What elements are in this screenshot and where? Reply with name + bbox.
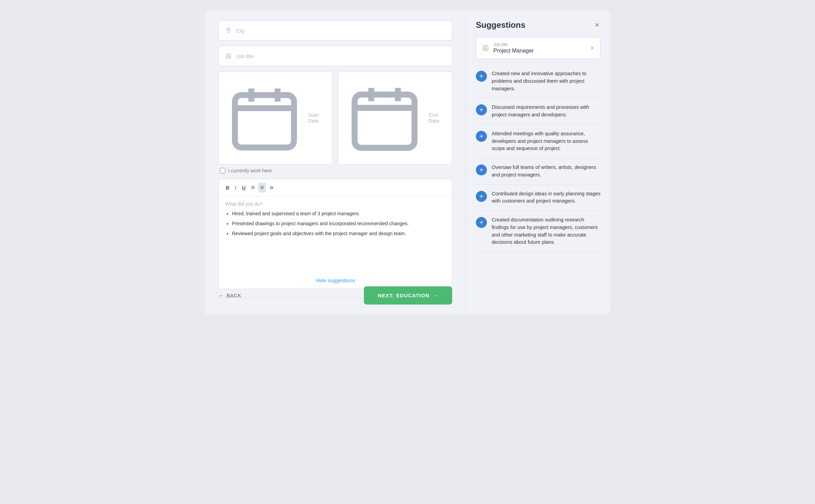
suggestions-list: + Created new and innovative approaches … [476,65,601,252]
suggestions-close-button[interactable]: × [593,20,601,30]
bullet-2: Presented drawings to project managers a… [232,220,446,227]
list-button[interactable]: ≡ [258,183,266,193]
next-label: NEXT: EDUCATION [378,293,429,298]
back-button[interactable]: ← BACK [219,293,241,298]
clear-format-button[interactable]: ⋼ [267,183,276,193]
start-date-placeholder: Start Date [308,112,326,124]
calendar-start-icon [225,79,304,157]
add-suggestion-4-button[interactable]: + [476,191,487,202]
next-button[interactable]: NEXT: EDUCATION → [364,286,452,305]
suggestion-text-0: Created new and innovative approaches to… [492,70,601,92]
editor-toolbar: B I U ≡ ≡ ⋼ [219,179,452,196]
left-panel: Start Date End Date I currently work her… [205,10,466,315]
suggestion-item-0[interactable]: + Created new and innovative approaches … [476,65,601,98]
person-icon [225,53,232,59]
main-container: Start Date End Date I currently work her… [205,10,610,315]
calendar-end-icon [345,78,425,158]
suggestion-job-content: Job title Project Manager [493,42,585,54]
suggestion-text-5: Created documentation outlining research… [492,216,601,246]
bullet-3: Reviewed project goals and objectives wi… [232,230,446,237]
suggestion-text-4: Contributed design ideas in early planni… [492,190,601,205]
suggestion-item-1[interactable]: + Discussed requirements and processes w… [476,98,601,125]
right-panel: Suggestions × Job title Project Manager … [466,10,610,315]
suggestions-header: Suggestions × [476,20,601,30]
svg-point-2 [228,55,230,56]
bullet-1: Hired, trained and supervised a team of … [232,210,446,217]
suggestion-person-icon [482,44,489,52]
start-date-field[interactable]: Start Date [219,71,333,164]
underline-button[interactable]: U [240,183,248,192]
svg-point-6 [484,46,487,48]
suggestion-item-4[interactable]: + Contributed design ideas in early plan… [476,185,601,211]
bottom-nav: ← BACK NEXT: EDUCATION → [219,286,452,305]
suggestion-job-field[interactable]: Job title Project Manager × [476,37,601,59]
editor-container: B I U ≡ ≡ ⋼ What did you do? Hired, trai… [219,179,452,289]
city-input[interactable] [236,28,446,34]
align-button[interactable]: ≡ [249,183,257,193]
job-title-field[interactable] [219,46,452,66]
suggestion-job-value: Project Manager [493,48,585,54]
suggestion-job-clear-button[interactable]: × [590,44,595,53]
add-suggestion-1-button[interactable]: + [476,104,487,115]
italic-button[interactable]: I [233,183,238,192]
add-suggestion-3-button[interactable]: + [476,164,487,175]
city-field[interactable] [219,21,452,41]
suggestion-text-1: Discussed requirements and processes wit… [492,104,601,119]
suggestions-title: Suggestions [476,20,525,30]
currently-work-row[interactable]: I currently work here [219,168,452,173]
end-date-field[interactable]: End Date [338,71,452,164]
add-suggestion-5-button[interactable]: + [476,217,487,228]
suggestion-job-label: Job title [493,42,585,47]
suggestion-item-2[interactable]: + Attended meetings with quality assuran… [476,125,601,158]
bold-button[interactable]: B [224,183,232,192]
svg-rect-4 [355,94,414,148]
editor-content: Hired, trained and supervised a team of … [225,210,446,237]
svg-point-0 [228,29,229,30]
suggestion-text-3: Oversaw full teams of writers, artists, … [492,164,601,179]
job-title-input[interactable] [236,53,446,59]
arrow-left-icon: ← [219,293,224,298]
back-label: BACK [227,293,242,298]
suggestion-item-3[interactable]: + Oversaw full teams of writers, artists… [476,158,601,185]
editor-body[interactable]: What did you do? Hired, trained and supe… [219,196,452,272]
svg-rect-3 [235,95,294,147]
suggestion-item-5[interactable]: + Created documentation outlining resear… [476,211,601,252]
date-row: Start Date End Date [219,71,452,164]
end-date-placeholder: End Date [429,112,446,124]
suggestion-text-2: Attended meetings with quality assurance… [492,130,601,152]
arrow-right-icon: → [433,293,438,298]
editor-placeholder: What did you do? [225,201,446,207]
currently-work-label: I currently work here [228,168,272,173]
currently-work-checkbox[interactable] [220,168,225,173]
add-suggestion-2-button[interactable]: + [476,131,487,142]
location-icon [225,27,232,34]
add-suggestion-0-button[interactable]: + [476,71,487,82]
